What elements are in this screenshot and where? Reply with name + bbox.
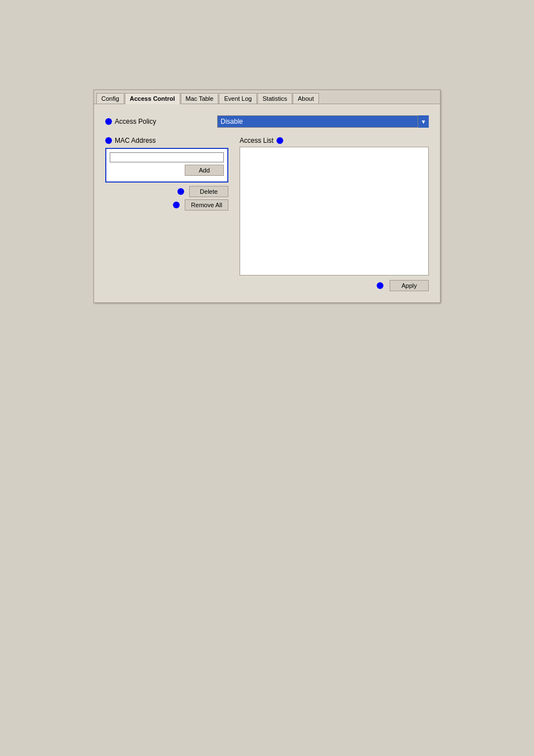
access-policy-select[interactable]: Disable Allow Deny	[217, 115, 429, 128]
access-list-label-container: Access List	[240, 137, 429, 144]
apply-indicator	[377, 282, 383, 289]
remove-all-button[interactable]: Remove All	[185, 199, 228, 211]
tab-event-log[interactable]: Event Log	[219, 93, 257, 104]
access-list-box	[240, 147, 429, 276]
mac-section: MAC Address Add Delete Remove All	[105, 137, 429, 291]
access-policy-label-container: Access Policy	[105, 118, 217, 125]
access-policy-row: Access Policy Disable Allow Deny ▼	[105, 115, 429, 128]
tab-about[interactable]: About	[293, 93, 319, 104]
mac-input-box: Add	[105, 148, 228, 183]
tab-access-control[interactable]: Access Control	[125, 93, 180, 104]
access-policy-indicator	[105, 118, 112, 125]
delete-button[interactable]: Delete	[189, 186, 228, 197]
mac-left-panel: MAC Address Add Delete Remove All	[105, 137, 228, 291]
add-button-row: Add	[110, 165, 224, 176]
access-list-indicator	[277, 137, 283, 144]
tab-mac-table[interactable]: Mac Table	[181, 93, 219, 104]
add-button[interactable]: Add	[185, 165, 224, 176]
apply-row: Apply	[240, 280, 429, 291]
mac-address-indicator	[105, 137, 112, 144]
access-policy-select-wrapper: Disable Allow Deny ▼	[217, 115, 429, 128]
access-policy-label: Access Policy	[115, 118, 156, 125]
tab-config[interactable]: Config	[96, 93, 124, 104]
tab-statistics[interactable]: Statistics	[257, 93, 292, 104]
remove-all-button-row: Remove All	[105, 199, 228, 211]
remove-all-indicator	[173, 202, 180, 208]
tab-bar: Config Access Control Mac Table Event Lo…	[94, 90, 440, 104]
mac-address-label-container: MAC Address	[105, 137, 228, 144]
delete-indicator	[177, 188, 184, 195]
main-panel: Config Access Control Mac Table Event Lo…	[93, 90, 441, 303]
access-list-label: Access List	[240, 137, 274, 144]
mac-address-label: MAC Address	[115, 137, 156, 144]
content-area: Access Policy Disable Allow Deny ▼ MAC A…	[94, 104, 440, 302]
mac-right-panel: Access List Apply	[240, 137, 429, 291]
delete-button-row: Delete	[105, 186, 228, 197]
apply-button[interactable]: Apply	[390, 280, 429, 291]
mac-address-input[interactable]	[110, 152, 224, 162]
